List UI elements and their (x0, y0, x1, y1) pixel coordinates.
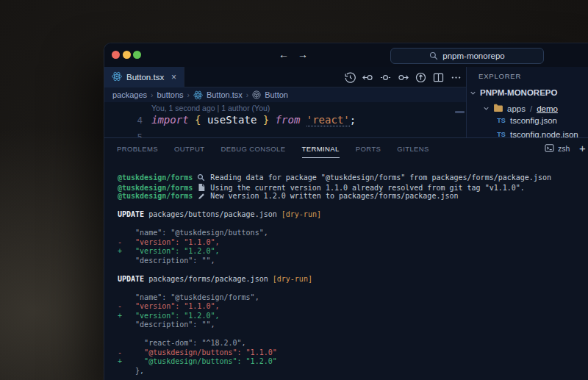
terminal-text: }, (118, 367, 144, 375)
tab-label: Button.tsx (126, 73, 164, 82)
terminal-line: "description": "", (118, 320, 588, 330)
breadcrumb-label: packages (112, 90, 147, 99)
react-icon (112, 71, 122, 83)
terminal-text: "name": "@tuskdesign/buttons", (118, 229, 268, 237)
code-token: useState (207, 114, 257, 126)
code-token: from (269, 114, 306, 126)
open-changes-prev-icon[interactable] (362, 72, 373, 83)
terminal-prompt-icon (545, 143, 554, 154)
breadcrumb-label: Button.tsx (207, 90, 243, 99)
chevron-down-icon (470, 90, 476, 96)
terminal-text: "description": "", (118, 320, 215, 329)
back-button[interactable]: ← (279, 49, 289, 61)
terminal-line: "name": "@tuskdesign/buttons", (118, 229, 588, 238)
tree-item-tsconfig-node-json[interactable]: TStsconfig.node.json (496, 130, 578, 137)
terminal-line (118, 330, 588, 340)
workspace-title: pnpm-monorepo (442, 51, 504, 60)
breadcrumb-separator: › (151, 91, 153, 99)
explorer-root-folder[interactable]: PNPM-MONOREPO (470, 88, 557, 97)
tab-button-tsx[interactable]: Button.tsx × (104, 67, 184, 87)
new-terminal-button[interactable]: + (579, 142, 586, 154)
folder-active-child: demo (537, 104, 558, 113)
terminal-output[interactable]: @tuskdesign/formsReading data for packag… (104, 159, 588, 380)
terminal-text: @tuskdesign/forms (118, 184, 193, 192)
terminal-line (118, 220, 588, 229)
code-token: ; (350, 114, 356, 126)
terminal-text: + "@tuskdesign/buttons": "1.2.0" (118, 357, 277, 365)
terminal-text: + "version": "1.2.0", (118, 312, 219, 320)
panel-tab-output[interactable]: OUTPUT (174, 145, 204, 153)
terminal-shell-button[interactable]: zsh (545, 138, 570, 159)
terminal-line (118, 201, 588, 211)
open-changes-next-icon[interactable] (398, 72, 409, 83)
panel-tab-gitlens[interactable]: GITLENS (397, 145, 429, 153)
panel-tab-ports[interactable]: PORTS (356, 145, 381, 153)
terminal-text: + "version": "1.2.0", (118, 247, 219, 255)
terminal-line: + "@tuskdesign/buttons": "1.2.0" (118, 357, 588, 367)
terminal-text: UPDATE (118, 210, 144, 218)
chevron-down-icon (483, 105, 490, 112)
terminal-line: "name": "@tuskdesign/forms", (118, 293, 588, 303)
forward-button[interactable]: → (298, 49, 308, 61)
terminal-text: - "version": "1.1.0", (118, 238, 219, 246)
breadcrumb-item-packages[interactable]: packages (112, 90, 147, 99)
history-icon[interactable] (345, 72, 356, 83)
traffic-light-zoom[interactable] (133, 51, 141, 59)
breadcrumb-label: Button (265, 90, 288, 99)
file-name: tsconfig.json (510, 116, 557, 125)
traffic-light-close[interactable] (112, 51, 120, 59)
breadcrumb-item-button[interactable]: Button (252, 90, 288, 99)
open-changes-icon[interactable] (380, 72, 391, 83)
symbol-class-icon (252, 90, 261, 99)
terminal-text: - "version": "1.1.0", (118, 302, 219, 310)
terminal-line: @tuskdesign/formsNew version 1.2.0 writt… (118, 192, 588, 201)
breadcrumb: packages›buttons›Button.tsx›Button (104, 87, 466, 102)
vscode-window: ← → pnpm-monorepo Button.tsx × packages›… (104, 43, 588, 380)
line-number-next: 5 (122, 132, 143, 137)
tree-item-tsconfig-json[interactable]: TStsconfig.json (496, 116, 557, 125)
terminal-text: packages/buttons/package.json (144, 210, 282, 218)
breadcrumb-item-button-tsx[interactable]: Button.tsx (193, 90, 243, 100)
terminal-text: New version 1.2.0 written to packages/fo… (210, 192, 458, 200)
tree-item-apps-demo[interactable]: apps/demo (483, 104, 558, 113)
terminal-text: @tuskdesign/forms (118, 173, 193, 182)
file-name: tsconfig.node.json (510, 130, 578, 137)
ts-icon: TS (496, 117, 506, 124)
editor-region[interactable]: You, 1 second ago | 1 author (You) 4 imp… (104, 102, 466, 137)
terminal-text: - "@tuskdesign/buttons": "1.1.0" (118, 348, 277, 356)
code-token: import (151, 114, 195, 126)
terminal-text: Using the current version 1.1.0 already … (210, 184, 524, 192)
terminal-line: @tuskdesign/formsUsing the current versi… (118, 183, 588, 193)
ts-icon: TS (496, 131, 506, 137)
terminal-line: "description": "", (118, 257, 588, 266)
terminal-line: UPDATE packages/buttons/package.json [dr… (118, 210, 588, 220)
terminal-text: [dry-run] (282, 210, 321, 218)
split-editor-icon[interactable] (433, 72, 444, 83)
terminal-line: }, (118, 367, 588, 376)
react-icon (193, 90, 203, 100)
terminal-line: + "version": "1.2.0", (118, 247, 588, 257)
panel-tab-terminal[interactable]: TERMINAL (302, 145, 340, 153)
panel-tab-debug-console[interactable]: DEBUG CONSOLE (220, 145, 285, 153)
close-icon[interactable]: × (171, 72, 176, 82)
more-actions-icon[interactable] (451, 72, 462, 83)
panel-tab-problems[interactable]: PROBLEMS (117, 145, 158, 153)
shell-label: zsh (558, 144, 570, 153)
code-token: 'react' (306, 114, 350, 126)
command-center-search[interactable]: pnpm-monorepo (390, 48, 544, 64)
gitlens-blame-annotation: You, 1 second ago | 1 author (You) (151, 104, 270, 112)
terminal-text: @tuskdesign/forms (118, 192, 193, 200)
terminal-line (118, 284, 588, 293)
terminal-text: packages/forms/package.json (144, 275, 273, 283)
search-icon (429, 51, 438, 60)
explorer-sidebar: EXPLORER PNPM-MONOREPO apps/demo TStscon… (466, 67, 588, 137)
terminal-text: UPDATE (118, 275, 144, 283)
terminal-text: [dry-run] (273, 275, 312, 283)
traffic-light-minimize[interactable] (123, 51, 131, 59)
code-token: { (195, 114, 207, 126)
code-line[interactable]: import { useState } from 'react'; (151, 114, 356, 126)
terminal-line: - "version": "1.1.0", (118, 302, 588, 312)
breadcrumb-label: buttons (157, 90, 183, 99)
run-file-icon[interactable] (415, 72, 426, 83)
breadcrumb-item-buttons[interactable]: buttons (157, 90, 183, 99)
